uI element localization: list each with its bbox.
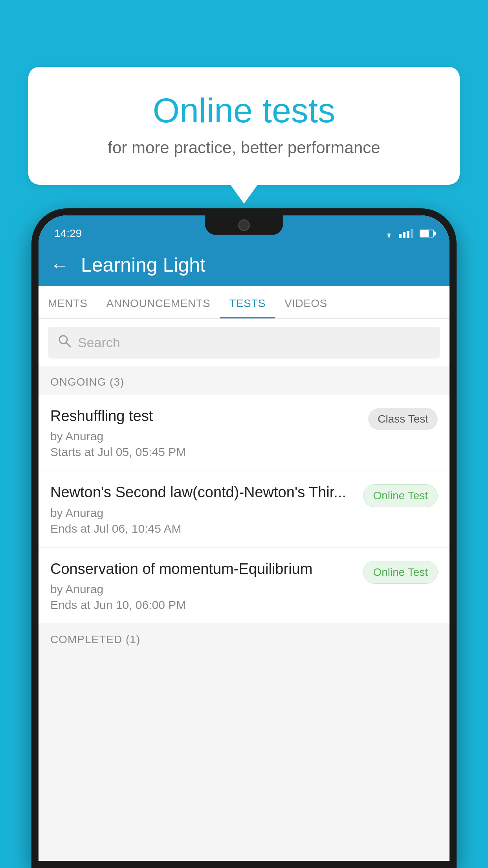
test-item[interactable]: Conservation of momentum-Equilibrium by … (39, 548, 449, 624)
bubble-subtitle: for more practice, better performance (48, 138, 440, 157)
test-info: Conservation of momentum-Equilibrium by … (50, 559, 363, 612)
phone-notch (205, 215, 283, 235)
test-name: Reshuffling test (50, 406, 360, 426)
completed-header: COMPLETED (1) (39, 624, 449, 652)
test-date: Starts at Jul 05, 05:45 PM (50, 445, 360, 459)
app-bar: ← Learning Light (39, 244, 449, 286)
search-placeholder: Search (78, 335, 120, 350)
test-info: Reshuffling test by Anurag Starts at Jul… (50, 406, 368, 459)
test-info: Newton's Second law(contd)-Newton's Thir… (50, 483, 363, 535)
phone-screen: 14:29 ← Learning (39, 215, 449, 861)
battery-fill (420, 230, 429, 237)
test-by: by Anurag (50, 583, 355, 596)
battery-icon (420, 230, 434, 237)
test-by: by Anurag (50, 506, 355, 520)
status-icons (383, 229, 434, 238)
svg-point-0 (388, 236, 390, 238)
svg-line-2 (66, 343, 70, 347)
ongoing-header: ONGOING (3) (39, 366, 449, 395)
search-icon (57, 334, 72, 351)
tab-bar: MENTS ANNOUNCEMENTS TESTS VIDEOS (39, 286, 449, 319)
bubble-title: Online tests (48, 90, 440, 131)
app-title: Learning Light (81, 254, 205, 276)
tab-announcements[interactable]: ANNOUNCEMENTS (97, 286, 220, 318)
test-name: Conservation of momentum-Equilibrium (50, 559, 355, 579)
test-by: by Anurag (50, 430, 360, 443)
test-date: Ends at Jun 10, 06:00 PM (50, 598, 355, 612)
promo-bubble: Online tests for more practice, better p… (28, 67, 460, 185)
test-badge: Class Test (368, 408, 438, 430)
search-input-wrapper[interactable]: Search (48, 327, 440, 359)
tab-ments[interactable]: MENTS (39, 286, 97, 318)
test-date: Ends at Jul 06, 10:45 AM (50, 522, 355, 535)
test-name: Newton's Second law(contd)-Newton's Thir… (50, 483, 355, 502)
signal-icon (399, 229, 413, 238)
phone-frame: 14:29 ← Learning (31, 208, 457, 868)
tab-tests[interactable]: TESTS (220, 286, 275, 318)
content-area: Search ONGOING (3) Reshuffling test by A… (39, 319, 449, 861)
wifi-icon (383, 229, 395, 238)
search-bar: Search (39, 319, 449, 366)
phone-camera (238, 219, 250, 231)
test-item[interactable]: Newton's Second law(contd)-Newton's Thir… (39, 471, 449, 547)
tab-videos[interactable]: VIDEOS (275, 286, 337, 318)
status-time: 14:29 (54, 227, 82, 240)
back-button[interactable]: ← (50, 254, 69, 276)
test-badge: Online Test (363, 484, 438, 507)
test-badge: Online Test (363, 561, 438, 584)
test-item[interactable]: Reshuffling test by Anurag Starts at Jul… (39, 395, 449, 471)
